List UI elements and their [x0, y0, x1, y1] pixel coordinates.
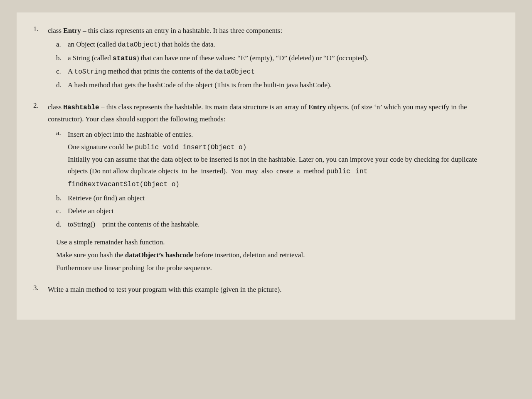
sub-2d-content: toString() – print the contents of the h…	[68, 219, 499, 230]
entry-class-ref: Entry	[308, 103, 326, 111]
sub-letter-b: b.	[56, 52, 64, 64]
dataobject-bold: dataObject’s hashcode	[125, 251, 193, 259]
sub-letter-2d: d.	[56, 219, 64, 230]
public-int-ref: public	[326, 168, 350, 175]
insert-signature: public void insert(Object o)	[135, 144, 246, 151]
sub-1a-content: an Object (called dataObject) that holds…	[68, 39, 499, 51]
sub-letter-d: d.	[56, 79, 64, 91]
sub-letter-2c: c.	[56, 205, 64, 217]
insert-line-4: findNextVacantSlot(Object o)	[68, 178, 499, 190]
insert-line-1: Insert an object into the hashtable of e…	[68, 129, 499, 140]
insert-line-3: Initially you can assume that the data o…	[68, 154, 499, 177]
item-1-content: class Entry – this class represents an e…	[48, 25, 499, 92]
entry-class-name: Entry	[63, 27, 81, 34]
item-2-content: class Hashtable – this class represents …	[48, 101, 499, 275]
item-2-title: class Hashtable – this class represents …	[48, 101, 499, 125]
item-2-sublist: a. Insert an object into the hashtable o…	[48, 127, 499, 230]
sub-item-2b: b. Retrieve (or find) an object	[56, 192, 499, 204]
extra-notes: Use a simple remainder hash function. Ma…	[48, 236, 499, 274]
sub-item-2a: a. Insert an object into the hashtable o…	[56, 127, 499, 191]
note-3: Furthermore use linear probing for the p…	[56, 262, 499, 274]
sub-1d-content: A hash method that gets the hashCode of …	[68, 79, 499, 91]
hashcode-bold: hashcode	[165, 251, 193, 259]
item-1-sublist: a. an Object (called dataObject) that ho…	[48, 39, 499, 91]
sub-item-1a: a. an Object (called dataObject) that ho…	[56, 39, 499, 51]
item-1-title: class Entry – this class represents an e…	[48, 25, 499, 36]
sub-item-1d: d. A hash method that gets the hashCode …	[56, 79, 499, 91]
sub-2c-content: Delete an object	[68, 205, 499, 217]
sub-item-2c: c. Delete an object	[56, 205, 499, 217]
int-ref: int	[356, 168, 368, 175]
sub-2a-content: Insert an object into the hashtable of e…	[68, 129, 499, 191]
sub-1c-content: A toString method that prints the conten…	[68, 66, 499, 78]
note-2: Make sure you hash the dataObject’s hash…	[56, 249, 499, 261]
item-3-content: Write a main method to test your program…	[48, 284, 499, 298]
dataobject-ref-1: dataObject	[118, 41, 158, 49]
sub-letter-c: c.	[56, 66, 64, 78]
list-item-1: 1. class Entry – this class represents a…	[33, 25, 499, 92]
sub-item-2d: d. toString() – print the contents of th…	[56, 219, 499, 230]
status-ref: status	[113, 55, 137, 62]
item-number-1: 1.	[33, 25, 44, 92]
item-number-3: 3.	[33, 284, 44, 298]
findnextvacantslot-ref: findNextVacantSlot(Object o)	[68, 181, 180, 188]
sub-item-1b: b. a String (called status) that can hav…	[56, 52, 499, 64]
tostring-ref: toString	[74, 68, 106, 76]
insert-line-2: One signature could be public void inser…	[68, 141, 499, 153]
sub-letter-2a: a.	[56, 127, 64, 191]
item-number-2: 2.	[33, 101, 44, 275]
sub-1b-content: a String (called status) that can have o…	[68, 52, 499, 64]
main-content: 1. class Entry – this class represents a…	[17, 12, 515, 320]
sub-letter-2b: b.	[56, 192, 64, 204]
sub-item-1c: c. A toString method that prints the con…	[56, 66, 499, 78]
item-3-title: Write a main method to test your program…	[48, 284, 499, 295]
dataobject-ref-2: dataObject	[215, 68, 255, 76]
sub-2b-content: Retrieve (or find) an object	[68, 192, 499, 204]
hashtable-class-name: Hashtable	[63, 104, 99, 111]
list-item-2: 2. class Hashtable – this class represen…	[33, 101, 499, 275]
note-1: Use a simple remainder hash function.	[56, 236, 499, 249]
main-list: 1. class Entry – this class represents a…	[33, 25, 499, 298]
sub-letter-a: a.	[56, 39, 64, 51]
list-item-3: 3. Write a main method to test your prog…	[33, 284, 499, 298]
